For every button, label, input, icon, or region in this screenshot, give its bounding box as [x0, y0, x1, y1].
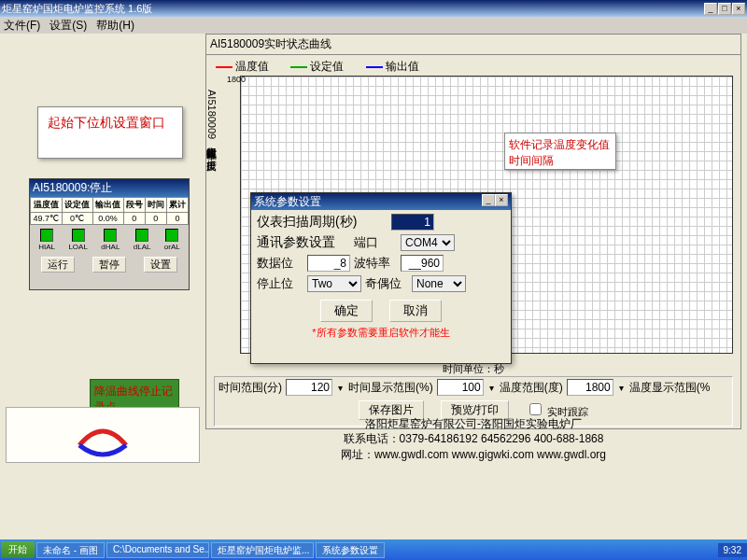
scan-period-label: 仪表扫描周期(秒)	[257, 214, 388, 231]
legend-temp: 温度值	[216, 60, 269, 73]
legend-out: 输出值	[366, 60, 419, 73]
databits-label: 数据位	[257, 255, 303, 272]
th-out: 输出值	[92, 198, 123, 213]
taskbar-item-dialog[interactable]: 系统参数设置	[316, 542, 385, 558]
app-title: 炬星窑炉国炬电炉监控系统 1.6版	[2, 2, 704, 16]
settings-button[interactable]: 设置	[144, 257, 177, 273]
baud-label: 波特率	[354, 255, 397, 272]
dialog-minimize-button[interactable]: _	[482, 194, 495, 206]
ok-button[interactable]: 确定	[320, 300, 373, 322]
scan-period-input[interactable]: 1	[391, 214, 434, 231]
time-range-label: 时间范围(分)	[218, 380, 282, 396]
time-pct-input[interactable]: 100	[437, 379, 484, 396]
time-pct-label: 时间显示范围(%)	[348, 380, 433, 396]
th-temp: 温度值	[31, 198, 63, 213]
th-time: 时间	[145, 198, 166, 213]
temp-range-label: 温度范围(度)	[500, 380, 563, 396]
run-button[interactable]: 运行	[41, 257, 75, 273]
x-axis-label: 时间单位：秒	[206, 362, 740, 376]
led-loal: LOAL	[68, 229, 87, 251]
monitor-table: 温度值 设定值 输出值 段号 时间 累计 49.7℃ 0℃ 0.0% 0 0 0	[30, 197, 189, 225]
menu-help[interactable]: 帮助(H)	[96, 18, 134, 34]
td-sum: 0	[166, 213, 188, 225]
legend-set: 设定值	[290, 60, 344, 73]
start-button[interactable]: 开始	[1, 541, 35, 558]
taskbar-item-app[interactable]: 炬星窑炉国炬电炉监...	[211, 542, 314, 558]
company-name: 洛阳炬星窑炉有限公司-洛阳国炬实验电炉厂	[205, 416, 741, 432]
led-dlal: dLAL	[134, 229, 151, 251]
led-oral: orAL	[164, 229, 180, 251]
taskbar-item-explorer[interactable]: C:\Documents and Se...	[106, 542, 209, 558]
menu-file[interactable]: 文件(F)	[4, 18, 40, 34]
pause-button[interactable]: 暂停	[92, 257, 126, 273]
monitor-panel: AI5180009:停止 温度值 设定值 输出值 段号 时间 累计 49.7℃ …	[29, 178, 190, 290]
menu-settings[interactable]: 设置(S)	[49, 18, 87, 34]
dialog-title: 系统参数设置	[254, 194, 482, 209]
led-hial: HIAL	[38, 229, 55, 251]
stopbits-label: 停止位	[257, 275, 303, 292]
td-set: 0℃	[62, 213, 92, 225]
cancel-button[interactable]: 取消	[389, 300, 442, 322]
param-dialog: 系统参数设置 _ × 仪表扫描周期(秒) 1 通讯参数设置 端口 COM4 数据…	[250, 192, 512, 364]
dialog-close-button[interactable]: ×	[495, 194, 508, 206]
chart-vertical-label: AI5180009实时运行曲线 单位：摄氏度	[204, 90, 218, 152]
parity-select[interactable]: None	[412, 275, 466, 292]
logo-area	[6, 407, 200, 463]
spinner-icon[interactable]: ▾	[487, 383, 496, 393]
time-range-input[interactable]: 120	[286, 379, 332, 396]
y-axis-top-tick: 1800	[227, 76, 246, 84]
comm-settings-label: 通讯参数设置	[257, 234, 350, 251]
monitor-title: AI5180009:停止	[30, 179, 189, 197]
baud-input[interactable]: __960	[401, 255, 444, 272]
footer-info: 洛阳炬星窑炉有限公司-洛阳国炬实验电炉厂 联系电话：0379-64186192 …	[205, 416, 741, 463]
taskbar: 开始 未命名 - 画图 C:\Documents and Se... 炬星窑炉国…	[0, 539, 747, 560]
th-sum: 累计	[166, 198, 188, 213]
minimize-button[interactable]: _	[704, 3, 717, 15]
temp-pct-label: 温度显示范围(%	[629, 380, 711, 396]
spinner-icon[interactable]: ▾	[336, 383, 345, 393]
dialog-warning: *所有参数需要重启软件才能生	[257, 326, 505, 340]
taskbar-item-paint[interactable]: 未命名 - 画图	[36, 542, 105, 558]
parity-label: 奇偶位	[365, 275, 408, 292]
company-phone: 联系电话：0379-64186192 64562296 400-688-1868	[205, 431, 741, 447]
callout-record-interval: 软件记录温度变化值时间间隔	[504, 133, 616, 170]
port-select[interactable]: COM4	[401, 234, 455, 251]
th-seg: 段号	[123, 198, 145, 213]
company-logo-icon	[70, 413, 135, 459]
stopbits-select[interactable]: Two	[307, 275, 361, 292]
company-url: 网址：www.gwdl.com www.gigwki.com www.gwdl.…	[205, 447, 741, 463]
chart-title: AI5180009实时状态曲线	[206, 35, 740, 55]
spinner-icon[interactable]: ▾	[617, 383, 626, 393]
close-button[interactable]: ×	[732, 3, 745, 15]
callout-initial-window: 起始下位机设置窗口	[37, 106, 183, 159]
led-dhal: dHAL	[101, 229, 120, 251]
td-time: 0	[145, 213, 166, 225]
maximize-button[interactable]: □	[718, 3, 731, 15]
databits-input[interactable]: _8	[307, 255, 350, 272]
th-set: 设定值	[62, 198, 92, 213]
td-seg: 0	[123, 213, 145, 225]
tray-clock: 9:32	[718, 543, 747, 557]
port-label: 端口	[354, 234, 397, 251]
td-temp: 49.7℃	[31, 213, 63, 225]
temp-range-input[interactable]: 1800	[567, 379, 613, 396]
td-out: 0.0%	[92, 213, 123, 225]
